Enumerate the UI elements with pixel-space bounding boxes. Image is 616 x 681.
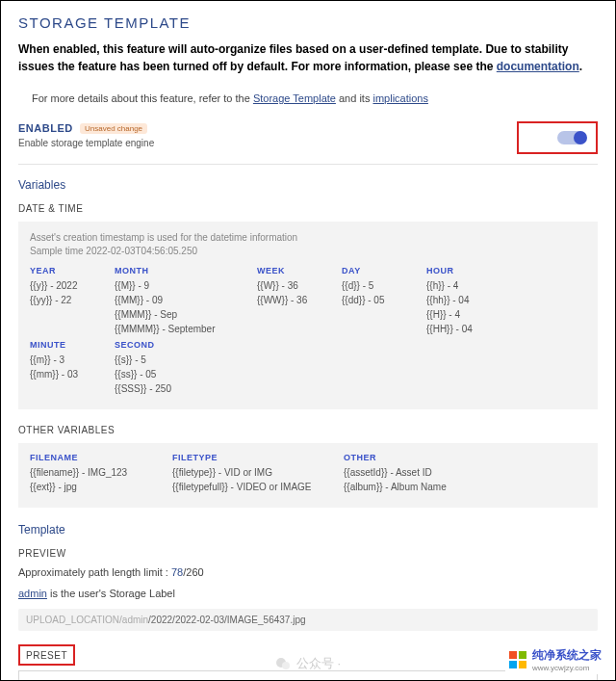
var-dd: {{dd}} - 05 <box>342 293 419 307</box>
footer-title: 纯净系统之家 <box>532 647 602 664</box>
var-s: {{s}} - 5 <box>115 353 192 367</box>
var-h: {{h}} - 4 <box>426 278 503 293</box>
sub-text-a: For more details about this feature, ref… <box>32 92 253 104</box>
description: When enabled, this feature will auto-org… <box>18 40 598 75</box>
admin-rest: is the user's Storage Label <box>47 588 175 599</box>
enabled-toggle[interactable] <box>557 131 586 144</box>
col-other-h: OTHER <box>344 453 478 462</box>
var-ss: {{ss}} - 05 <box>115 367 192 381</box>
var-y: {{y}} - 2022 <box>30 278 107 293</box>
sub-description: For more details about this feature, ref… <box>32 92 598 104</box>
enabled-sub: Enable storage template engine <box>18 138 154 148</box>
page-title: STORAGE TEMPLATE <box>18 14 598 31</box>
admin-link[interactable]: admin <box>18 588 47 599</box>
col-filetype-h: FILETYPE <box>172 453 336 462</box>
col-filename-h: FILENAME <box>30 453 165 462</box>
implications-link[interactable]: implications <box>372 92 427 104</box>
path-length-line: Approximately path length limit : 78/260 <box>18 566 598 578</box>
datetime-label: DATE & TIME <box>18 203 598 214</box>
preset-label-highlight: PRESET <box>18 644 75 666</box>
template-heading: Template <box>18 523 598 537</box>
path-preview: UPLOAD_LOCATION/admin/2022/2022-02-03/IM… <box>18 609 598 631</box>
var-WW: {{WW}} - 36 <box>257 293 334 307</box>
var-d: {{d}} - 5 <box>342 278 419 293</box>
var-filetypefull: {{filetypefull}} - VIDEO or IMAGE <box>172 480 336 494</box>
col-second-h: SECOND <box>115 340 192 350</box>
preset-label: PRESET <box>26 650 67 661</box>
var-album: {{album}} - Album Name <box>344 480 478 494</box>
col-minute-h: MINUTE <box>30 340 107 350</box>
approx-a: Approximately path length limit : <box>18 566 171 578</box>
var-H: {{H}} - 4 <box>426 307 503 322</box>
var-m: {{m}} - 3 <box>30 353 107 367</box>
col-year-h: YEAR <box>30 266 107 275</box>
col-day-h: DAY <box>342 266 419 275</box>
col-week-h: WEEK <box>257 266 334 275</box>
footer-logo-icon <box>509 651 526 668</box>
var-MM: {{MM}} - 09 <box>115 293 249 307</box>
var-MMMM: {{MMMM}} - September <box>115 322 249 336</box>
col-month-h: MONTH <box>115 266 249 275</box>
description-text: When enabled, this feature will auto-org… <box>18 42 568 73</box>
preview-label: PREVIEW <box>18 548 598 559</box>
var-filetype: {{filetype}} - VID or IMG <box>172 465 336 480</box>
sub-text-mid: and its <box>336 92 373 104</box>
enabled-label: ENABLED <box>18 122 73 134</box>
meta-line-2: Sample time 2022-02-03T04:56:05.250 <box>30 245 586 258</box>
var-M: {{M}} - 9 <box>115 278 249 293</box>
path-grey: UPLOAD_LOCATION/admin <box>26 615 148 625</box>
col-hour-h: HOUR <box>426 266 503 275</box>
var-yy: {{yy}} - 22 <box>30 293 107 307</box>
meta-line-1: Asset's creation timestamp is used for t… <box>30 231 586 245</box>
var-mm: {{mm}} - 03 <box>30 367 107 381</box>
footer-url: www.ycwjzy.com <box>532 664 602 672</box>
var-W: {{W}} - 36 <box>257 278 334 293</box>
var-SSS: {{SSS}} - 250 <box>115 381 192 396</box>
approx-b: /260 <box>183 566 203 578</box>
storage-template-link[interactable]: Storage Template <box>253 92 336 104</box>
var-filename: {{filename}} - IMG_123 <box>30 465 165 480</box>
variables-heading: Variables <box>18 178 598 192</box>
var-ext: {{ext}} - jpg <box>30 480 165 494</box>
datetime-panel: Asset's creation timestamp is used for t… <box>18 222 598 409</box>
documentation-link[interactable]: documentation <box>497 60 579 73</box>
admin-line: admin is the user's Storage Label <box>18 588 598 599</box>
approx-num: 78 <box>171 566 183 578</box>
var-HH: {{HH}} - 04 <box>426 322 503 336</box>
var-hh: {{hh}} - 04 <box>426 293 503 307</box>
divider <box>18 164 598 165</box>
path-dark: /2022/2022-02-03/IMAGE_56437.jpg <box>148 615 305 625</box>
footer-brand: 纯净系统之家 www.ycwjzy.com <box>505 645 605 674</box>
var-assetid: {{assetId}} - Asset ID <box>344 465 478 480</box>
other-vars-panel: FILENAME {{filename}} - IMG_123 {{ext}} … <box>18 443 598 508</box>
var-MMM: {{MMM}} - Sep <box>115 307 249 322</box>
unsaved-badge: Unsaved change <box>80 123 147 134</box>
other-vars-label: OTHER VARIABLES <box>18 425 598 435</box>
enabled-toggle-highlight <box>517 121 598 154</box>
